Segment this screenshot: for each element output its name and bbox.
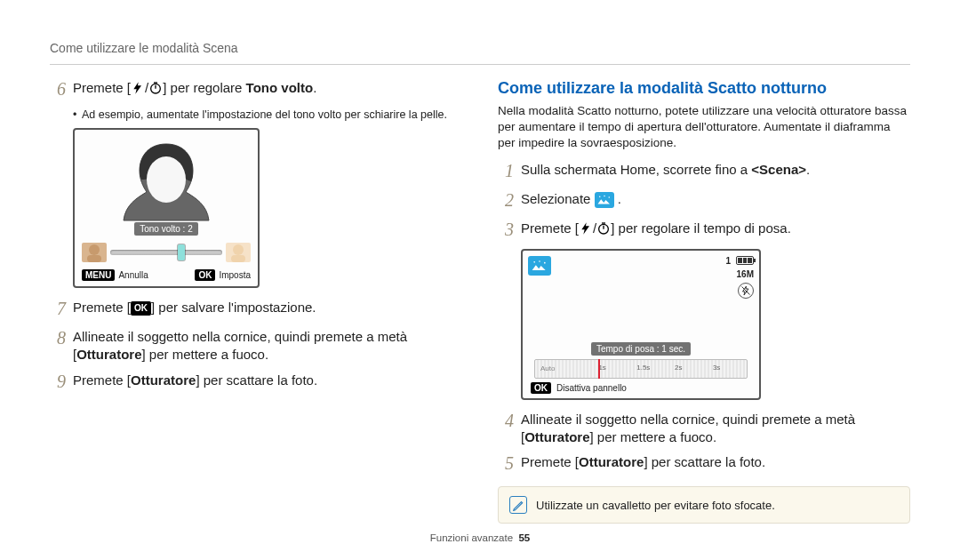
text-bold: Tono volto — [246, 80, 314, 95]
text: . — [313, 80, 316, 95]
flash-icon — [579, 221, 593, 236]
exposure-time-preview: 1 16M Tempo di posa : 1 sec. Auto 1s 1.5… — [521, 249, 761, 400]
page-section-header: Come utilizzare le modalità Scena — [50, 41, 910, 55]
face-tone-preview: Tono volto : 2 MENU Annulla — [73, 128, 260, 288]
ok-button-icon[interactable]: OK — [195, 269, 215, 281]
svg-point-6 — [233, 244, 244, 255]
text: ] per mettere a fuoco. — [142, 347, 269, 362]
svg-point-1 — [147, 156, 186, 203]
before-thumb — [82, 243, 107, 262]
svg-point-8 — [599, 196, 601, 197]
step-number: 6 — [50, 77, 66, 101]
step-number: 4 — [498, 409, 514, 433]
step-8: 8 Allineate il soggetto nella cornice, q… — [50, 328, 462, 364]
svg-point-13 — [539, 260, 540, 262]
step-text: Allineate il soggetto nella cornice, qui… — [521, 411, 910, 447]
battery-icon — [736, 256, 754, 265]
flash-icon — [131, 81, 145, 95]
tip-text: Utilizzate un cavalletto per evitare fot… — [536, 499, 775, 512]
text: ] per mettere a fuoco. — [590, 429, 717, 444]
text: Allineate il soggetto nella cornice, qui… — [73, 329, 407, 344]
text: Allineate il soggetto nella cornice, qui… — [521, 412, 855, 427]
step-3: 3 Premete [/] per regolare il tempo di p… — [498, 220, 910, 242]
step-text: Premete [Otturatore] per scattare la fot… — [73, 372, 462, 389]
text: ] per salvare l'impostazione. — [151, 300, 316, 315]
step-number: 2 — [498, 188, 514, 212]
manual-page: Come utilizzare le modalità Scena 6 Prem… — [0, 0, 960, 560]
ok-button-icon[interactable]: OK — [531, 382, 551, 394]
step-2: 2 Selezionate . — [498, 190, 910, 212]
svg-point-9 — [604, 195, 605, 196]
hide-panel-label: Disattiva pannello — [556, 383, 627, 393]
text-bold: Otturatore — [524, 429, 589, 444]
tone-slider-row — [82, 243, 251, 262]
left-column: 6 Premete [/] per regolare Tono volto. A… — [50, 79, 462, 524]
step-text: Premete [/] per regolare il tempo di pos… — [521, 220, 910, 237]
footer-label: Funzioni avanzate — [430, 532, 513, 543]
section-title: Come utilizzare la modalità Scatto nottu… — [498, 79, 910, 98]
night-scene-icon — [595, 192, 614, 208]
step-4: 4 Allineate il soggetto nella cornice, q… — [498, 411, 910, 447]
after-thumb — [226, 243, 251, 262]
two-column-layout: 6 Premete [/] per regolare Tono volto. A… — [50, 79, 910, 524]
timer-icon — [596, 221, 611, 236]
preview-bottom-bar: OK Disattiva pannello — [527, 380, 755, 394]
text: Premete [ — [73, 372, 131, 388]
timer-icon — [148, 81, 163, 95]
ruler-tick: 2s — [675, 364, 682, 372]
step-6-sub-bullet: Ad esempio, aumentate l'impostazione del… — [73, 108, 462, 121]
text-bold: <Scena> — [751, 162, 806, 177]
text: Premete [ — [521, 220, 579, 236]
step-9: 9 Premete [Otturatore] per scattare la f… — [50, 372, 462, 394]
step-1: 1 Sulla schermata Home, scorrete fino a … — [498, 161, 910, 183]
step-7: 7 Premete [OK] per salvare l'impostazion… — [50, 299, 462, 321]
svg-point-10 — [608, 196, 610, 198]
text: ] per scattare la foto. — [644, 454, 765, 469]
cancel-group: MENU Annulla — [82, 269, 148, 281]
ruler-tick: 3s — [713, 364, 720, 372]
step-text: Premete [OK] per salvare l'impostazione. — [73, 299, 462, 316]
ruler-pointer[interactable] — [598, 359, 600, 379]
menu-button-icon[interactable]: MENU — [82, 269, 115, 281]
right-column: Come utilizzare la modalità Scatto nottu… — [498, 79, 910, 524]
resolution-indicator: 16M — [737, 269, 754, 279]
section-intro: Nella modalità Scatto notturno, potete u… — [498, 103, 910, 152]
exposure-ruler[interactable]: Auto 1s 1.5s 2s 3s — [534, 359, 748, 379]
ruler-tick: 1.5s — [636, 364, 650, 372]
preview-area — [527, 255, 755, 342]
step-number: 8 — [50, 326, 66, 350]
ruler-auto: Auto — [540, 364, 555, 372]
svg-point-14 — [544, 261, 546, 263]
flash-off-icon — [738, 283, 754, 299]
set-label: Imposta — [219, 270, 251, 280]
text-bold: Otturatore — [579, 454, 644, 469]
step-number: 5 — [498, 452, 514, 476]
text-bold: Otturatore — [76, 347, 141, 362]
step-number: 3 — [498, 218, 514, 242]
step-text: Sulla schermata Home, scorrete fino a <S… — [521, 161, 910, 179]
step-number: 9 — [50, 370, 66, 394]
text: Selezionate — [521, 191, 595, 206]
text: Premete [ — [73, 80, 131, 95]
tone-slider[interactable] — [110, 250, 222, 255]
face-silhouette — [80, 135, 252, 226]
text-bold: Otturatore — [131, 372, 196, 388]
svg-rect-7 — [231, 255, 245, 262]
confirm-group: OK Imposta — [195, 269, 251, 281]
text: Premete [ — [521, 454, 579, 469]
shots-remaining: 1 — [725, 256, 731, 266]
ok-button-icon: OK — [131, 301, 151, 316]
cancel-label: Annulla — [118, 270, 148, 280]
slider-handle[interactable] — [178, 244, 185, 260]
text: ] per regolare il tempo di posa. — [611, 220, 791, 236]
step-text: Allineate il soggetto nella cornice, qui… — [73, 328, 462, 364]
header-divider — [50, 64, 910, 65]
preview-bottom-bar: MENU Annulla OK Imposta — [80, 269, 252, 281]
svg-point-12 — [533, 261, 535, 263]
svg-point-3 — [89, 244, 100, 255]
page-number: 55 — [518, 532, 530, 543]
step-text: Premete [/] per regolare Tono volto. — [73, 79, 462, 97]
tone-value-label: Tono volto : 2 — [134, 222, 197, 236]
step-number: 1 — [498, 159, 514, 183]
svg-rect-4 — [87, 255, 101, 262]
